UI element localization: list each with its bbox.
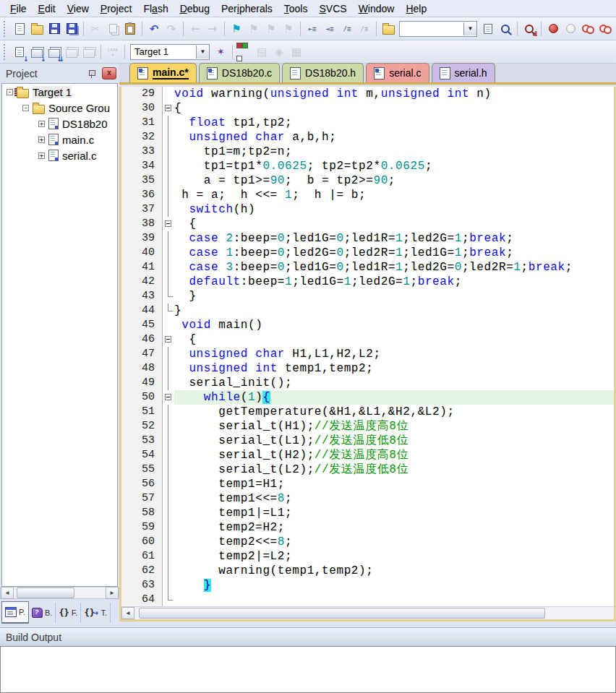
- code-line-36[interactable]: 36 h = a; h <<= 1; h |= b;: [121, 188, 614, 202]
- editor-tab-main-c-[interactable]: main.c*: [129, 63, 197, 82]
- indent-icon[interactable]: ⇥≡: [322, 21, 338, 37]
- code-line-39[interactable]: 39 case 2:beep=0;led1G=0;led1R=1;led2G=1…: [121, 231, 614, 246]
- navigate-forward-icon[interactable]: →: [205, 21, 221, 37]
- expand-icon[interactable]: +: [38, 152, 45, 159]
- breakpoint-kill-all-icon[interactable]: [580, 21, 596, 37]
- breakpoint-enable-disable-icon[interactable]: [562, 21, 578, 37]
- code-line-45[interactable]: 45 void main(): [121, 318, 614, 332]
- flash-configure-icon[interactable]: ◈: [271, 44, 287, 60]
- menu-svcs[interactable]: SVCS: [313, 1, 352, 16]
- new-file-icon[interactable]: [12, 21, 27, 37]
- menu-window[interactable]: Window: [353, 1, 401, 16]
- menu-view[interactable]: View: [61, 1, 95, 16]
- code-line-50[interactable]: 50 while(1){: [121, 390, 614, 405]
- code-line-40[interactable]: 40 case 1:beep=0;led2G=0;led2R=1;led1G=1…: [121, 246, 614, 260]
- expand-icon[interactable]: +: [38, 121, 45, 127]
- code-line-60[interactable]: 60 temp2<<=8;: [121, 535, 614, 549]
- breakpoint-toggle-icon[interactable]: [545, 21, 561, 37]
- menu-debug[interactable]: Debug: [174, 1, 215, 16]
- menu-peripherals[interactable]: Peripherals: [215, 1, 278, 16]
- editor-tab-ds18b20-h[interactable]: DS18b20.h: [282, 63, 364, 82]
- menu-tools[interactable]: Tools: [278, 1, 314, 16]
- expand-icon[interactable]: +: [38, 137, 45, 143]
- code-line-58[interactable]: 58 temp1|=L1;: [121, 506, 614, 520]
- code-line-59[interactable]: 59 temp2=H2;: [121, 520, 614, 535]
- bookmark-clear-all-icon[interactable]: ⚑: [281, 21, 296, 37]
- code-line-29[interactable]: 29void warning(unsigned int m,unsigned i…: [121, 87, 614, 101]
- translate-file-icon[interactable]: ↓: [12, 44, 27, 60]
- code-line-44[interactable]: 44}: [121, 304, 614, 318]
- tree-item-target-1[interactable]: -Target 1: [2, 84, 117, 100]
- start-debug-icon[interactable]: d: [521, 21, 537, 37]
- pin-icon[interactable]: [87, 69, 96, 79]
- target-select-combobox-dropdown-button[interactable]: ▼: [196, 46, 209, 59]
- comment-icon[interactable]: /≡: [339, 21, 355, 37]
- fold-collapse-icon[interactable]: [162, 332, 174, 347]
- code-line-64[interactable]: 64: [121, 593, 614, 607]
- code-line-41[interactable]: 41 case 3:beep=0;led1G=0;led1R=1;led2G=0…: [121, 260, 614, 275]
- panel-tab-b[interactable]: B.: [29, 603, 56, 623]
- cut-icon[interactable]: ✂: [87, 21, 103, 37]
- batch-build-icon[interactable]: [64, 44, 80, 60]
- tree-item-source-grou[interactable]: -Source Grou: [2, 100, 117, 116]
- code-line-57[interactable]: 57 temp1<<=8;: [121, 491, 614, 506]
- search-combobox-dropdown-button[interactable]: ▼: [463, 22, 476, 35]
- menu-help[interactable]: Help: [400, 1, 432, 16]
- code-line-32[interactable]: 32 unsigned char a,b,h;: [121, 130, 614, 145]
- bookmark-prev-icon[interactable]: ⚑: [246, 21, 262, 37]
- code-editor[interactable]: 29void warning(unsigned int m,unsigned i…: [119, 87, 616, 621]
- save-all-icon[interactable]: [64, 21, 80, 37]
- code-line-42[interactable]: 42 default:beep=1;led1G=1;led2G=1;break;: [121, 275, 614, 289]
- code-line-51[interactable]: 51 getTemperature(&H1,&L1,&H2,&L2);: [121, 405, 614, 419]
- tree-item-ds18b20[interactable]: +DS18b20: [2, 116, 117, 132]
- editor-tab-ds18b20-c[interactable]: DS18b20.c: [199, 63, 280, 82]
- rebuild-all-icon[interactable]: ⇊: [46, 44, 62, 60]
- copy-icon[interactable]: [105, 21, 121, 37]
- stop-build-icon[interactable]: [81, 44, 97, 60]
- code-line-31[interactable]: 31 float tp1,tp2;: [121, 116, 614, 130]
- code-line-47[interactable]: 47 unsigned char H1,L1,H2,L2;: [121, 347, 614, 361]
- close-panel-button[interactable]: x: [102, 67, 116, 79]
- code-line-52[interactable]: 52 serial_t(H1);//发送温度高8位: [121, 419, 614, 434]
- bookmark-next-icon[interactable]: ⚑: [263, 21, 279, 37]
- code-line-34[interactable]: 34 tp1=tp1*0.0625; tp2=tp2*0.0625;: [121, 159, 614, 173]
- tree-item-serial-c[interactable]: +serial.c: [2, 147, 117, 163]
- menu-edit[interactable]: Edit: [33, 1, 61, 16]
- incremental-find-icon[interactable]: [497, 21, 513, 37]
- fold-collapse-icon[interactable]: [162, 217, 174, 231]
- code-line-38[interactable]: 38 {: [121, 217, 614, 231]
- tree-item-main-c[interactable]: +main.c: [2, 132, 117, 147]
- code-line-37[interactable]: 37 switch(h): [121, 202, 614, 217]
- menu-flash[interactable]: Flash: [137, 1, 174, 16]
- pack-installer-icon[interactable]: ▦: [288, 44, 304, 60]
- uncomment-icon[interactable]: /≢: [356, 21, 372, 37]
- open-file-icon[interactable]: [29, 21, 45, 37]
- find-in-files-icon[interactable]: [380, 21, 396, 37]
- code-line-30[interactable]: 30{: [121, 101, 614, 116]
- target-select-combobox[interactable]: Target 1▼: [130, 44, 210, 60]
- search-combobox[interactable]: ▼: [399, 21, 477, 37]
- undo-icon[interactable]: ↶: [146, 21, 162, 37]
- scroll-left-button[interactable]: ◄: [1, 587, 14, 599]
- code-line-35[interactable]: 35 a = tp1>=90; b = tp2>=90;: [121, 173, 614, 188]
- code-line-33[interactable]: 33 tp1=m;tp2=n;: [121, 145, 614, 159]
- paste-icon[interactable]: [122, 21, 138, 37]
- redo-icon[interactable]: ↷: [163, 21, 179, 37]
- code-line-61[interactable]: 61 temp2|=L2;: [121, 549, 614, 564]
- scrollbar-thumb[interactable]: [17, 587, 74, 598]
- save-icon[interactable]: [46, 21, 62, 37]
- options-for-target-icon[interactable]: ✶: [213, 44, 228, 60]
- scroll-left-button[interactable]: ◄: [121, 607, 134, 619]
- navigate-back-icon[interactable]: ←: [187, 21, 203, 37]
- code-line-48[interactable]: 48 unsigned int temp1,temp2;: [121, 361, 614, 376]
- code-line-49[interactable]: 49 serial_init();: [121, 376, 614, 390]
- build-output-body[interactable]: [0, 646, 616, 693]
- editor-tab-serial-h[interactable]: serial.h: [432, 63, 495, 82]
- code-line-56[interactable]: 56 temp1=H1;: [121, 477, 614, 491]
- menu-project[interactable]: Project: [95, 1, 138, 16]
- fold-collapse-icon[interactable]: [162, 390, 174, 405]
- find-text-icon[interactable]: [480, 21, 496, 37]
- code-line-53[interactable]: 53 serial_t(L1);//发送温度低8位: [121, 434, 614, 448]
- code-line-46[interactable]: 46 {: [121, 332, 614, 347]
- panel-tab-f[interactable]: {}F.: [56, 603, 81, 623]
